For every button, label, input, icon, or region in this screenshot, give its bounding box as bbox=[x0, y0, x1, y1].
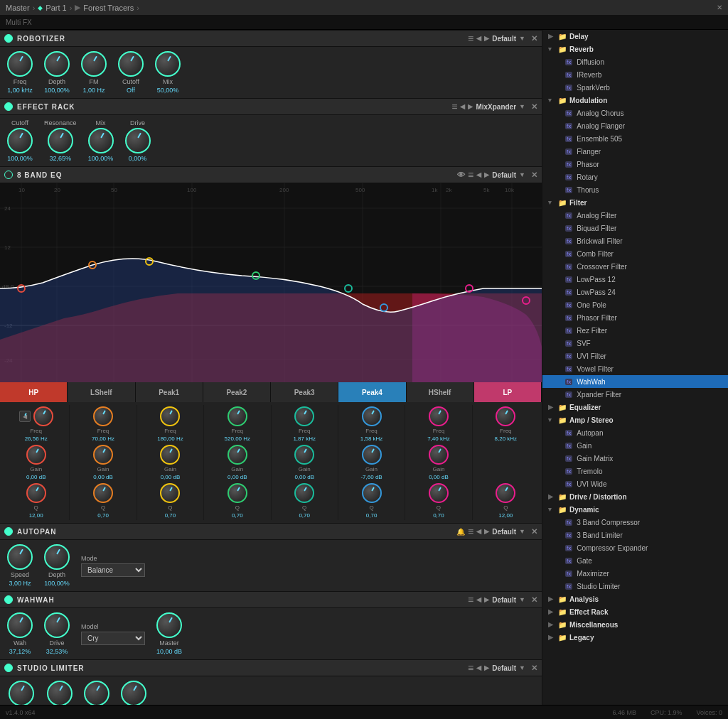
autopan-menu[interactable]: ≡ bbox=[468, 526, 473, 537]
robotizer-prev[interactable]: ◀ bbox=[476, 35, 481, 42]
folder-filter[interactable]: ▾📁Filter bbox=[542, 196, 728, 209]
eq-band5-freq-knob[interactable] bbox=[362, 406, 382, 426]
eq-band3-q-knob[interactable] bbox=[228, 483, 247, 503]
autopan-close[interactable]: ✕ bbox=[531, 527, 537, 536]
list-item[interactable]: fxStudio Limiter bbox=[542, 580, 728, 593]
robotizer-mix-knob[interactable] bbox=[155, 51, 181, 77]
list-item[interactable]: fxBiquad Filter bbox=[542, 222, 728, 234]
wahwah-menu[interactable]: ≡ bbox=[468, 594, 473, 605]
list-item[interactable]: fxBrickwall Filter bbox=[542, 234, 728, 247]
eq-band2-gain-knob[interactable] bbox=[160, 445, 180, 465]
robotizer-preset[interactable]: Default bbox=[492, 35, 516, 43]
eq-tab-hp[interactable]: HP bbox=[0, 382, 68, 402]
eq-tab-peak3[interactable]: Peak3 bbox=[271, 382, 338, 402]
eq-preset[interactable]: Default bbox=[492, 171, 516, 179]
list-item[interactable]: fxLowPass 24 bbox=[542, 286, 728, 298]
eq-menu[interactable]: ≡ bbox=[468, 169, 473, 180]
folder-delay[interactable]: ▶📁Delay bbox=[542, 30, 728, 43]
list-item[interactable]: fxVowel Filter bbox=[542, 362, 728, 375]
list-item[interactable]: fx3 Band Limiter bbox=[542, 529, 728, 541]
robotizer-next[interactable]: ▶ bbox=[484, 35, 489, 42]
eq-band5-q-knob[interactable] bbox=[362, 483, 382, 503]
eq-band5-gain-knob[interactable] bbox=[362, 445, 382, 465]
close-icon[interactable]: ✕ bbox=[717, 4, 722, 11]
list-item[interactable]: fxSVF bbox=[542, 337, 728, 350]
eq-band4-freq-knob[interactable] bbox=[294, 406, 314, 426]
list-item[interactable]: fxCrossover Filter bbox=[542, 260, 728, 273]
eq-band7-q-knob[interactable] bbox=[496, 483, 515, 503]
list-item[interactable]: fxFlanger bbox=[542, 145, 728, 158]
list-item[interactable]: fxThorus bbox=[542, 183, 728, 196]
list-item[interactable]: fxOne Pole bbox=[542, 298, 728, 311]
breadcrumb-tracers[interactable]: Forest Tracers bbox=[83, 4, 134, 12]
robotizer-freq-knob[interactable] bbox=[7, 51, 33, 77]
eq-dropdown[interactable]: ▼ bbox=[519, 171, 525, 178]
list-item[interactable]: fxTremolo bbox=[542, 465, 728, 477]
wahwah-next[interactable]: ▶ bbox=[484, 596, 489, 603]
sl-mix-knob[interactable] bbox=[121, 681, 146, 705]
eq-band0-q-knob[interactable] bbox=[26, 483, 46, 503]
effect-rack-close[interactable]: ✕ bbox=[531, 102, 537, 112]
list-item[interactable]: fx3 Band Compressor bbox=[542, 516, 728, 529]
eq-band2-freq-knob[interactable] bbox=[160, 406, 180, 426]
wahwah-preset[interactable]: Default bbox=[492, 596, 516, 604]
studio-limiter-preset[interactable]: Default bbox=[492, 664, 516, 672]
list-item[interactable]: fxUVI Wide bbox=[542, 477, 728, 490]
folder-effect-rack[interactable]: ▶📁Effect Rack bbox=[542, 605, 728, 618]
autopan-dropdown[interactable]: ▼ bbox=[519, 528, 525, 535]
eq-band1-q-knob[interactable] bbox=[93, 483, 113, 503]
autopan-next[interactable]: ▶ bbox=[484, 528, 489, 535]
wahwah-wah-knob[interactable] bbox=[7, 612, 33, 638]
list-item[interactable]: fxAnalog Filter bbox=[542, 209, 728, 222]
folder-dynamic[interactable]: ▾📁Dynamic bbox=[542, 503, 728, 516]
eq-band4-q-knob[interactable] bbox=[294, 483, 314, 503]
eq-tab-lshelf[interactable]: LShelf bbox=[68, 382, 135, 402]
studio-limiter-power[interactable] bbox=[4, 664, 13, 672]
list-item[interactable]: fxGate bbox=[542, 554, 728, 567]
er-resonance-knob[interactable] bbox=[48, 128, 73, 153]
eq-close[interactable]: ✕ bbox=[531, 171, 537, 180]
autopan-prev[interactable]: ◀ bbox=[476, 528, 481, 535]
autopan-mode-select[interactable]: Balance Sine Triangle Sawtooth bbox=[81, 563, 145, 577]
folder-equalizer[interactable]: ▶📁Equalizer bbox=[542, 401, 728, 413]
autopan-preset[interactable]: Default bbox=[492, 528, 516, 536]
autopan-depth-knob[interactable] bbox=[44, 544, 70, 570]
studio-limiter-next[interactable]: ▶ bbox=[484, 664, 489, 671]
eq-tab-peak4[interactable]: Peak4 bbox=[338, 382, 406, 402]
eq-band2-q-knob[interactable] bbox=[160, 483, 180, 503]
list-item[interactable]: fxGain bbox=[542, 439, 728, 452]
eq-band7-freq-knob[interactable] bbox=[496, 406, 515, 426]
effect-rack-preset[interactable]: MixXpander bbox=[476, 103, 516, 111]
eq-tab-peak1[interactable]: Peak1 bbox=[136, 382, 203, 402]
sl-release-knob[interactable] bbox=[84, 681, 109, 705]
breadcrumb-part[interactable]: Part 1 bbox=[46, 4, 66, 12]
studio-limiter-dropdown[interactable]: ▼ bbox=[519, 664, 525, 671]
robotizer-power[interactable] bbox=[4, 34, 13, 43]
er-drive-knob[interactable] bbox=[125, 128, 151, 153]
eq-band6-freq-knob[interactable] bbox=[429, 406, 449, 426]
robotizer-depth-knob[interactable] bbox=[44, 51, 70, 77]
sl-threshold-knob[interactable] bbox=[9, 681, 34, 705]
list-item[interactable]: fxRez Filter bbox=[542, 324, 728, 337]
folder-reverb[interactable]: ▾📁Reverb bbox=[542, 43, 728, 55]
wahwah-prev[interactable]: ◀ bbox=[476, 596, 481, 603]
er-mix-knob[interactable] bbox=[88, 128, 114, 153]
robotizer-close[interactable]: ✕ bbox=[531, 34, 537, 43]
autopan-power[interactable] bbox=[4, 527, 13, 536]
folder-drive---distortion[interactable]: ▶📁Drive / Distortion bbox=[542, 490, 728, 503]
list-item[interactable]: fxAnalog Chorus bbox=[542, 107, 728, 119]
robotizer-menu[interactable]: ≡ bbox=[468, 33, 473, 44]
robotizer-cutoff-knob[interactable] bbox=[118, 51, 144, 77]
list-item[interactable]: fxIReverb bbox=[542, 68, 728, 81]
list-item[interactable]: fxGain Matrix bbox=[542, 452, 728, 465]
list-item[interactable]: fxPhasor bbox=[542, 158, 728, 171]
eq-band0-gain-knob[interactable] bbox=[26, 445, 46, 465]
eq-band1-gain-knob[interactable] bbox=[93, 445, 113, 465]
list-item[interactable]: fxUVI Filter bbox=[542, 350, 728, 362]
eq-next[interactable]: ▶ bbox=[484, 171, 489, 178]
wahwah-dropdown[interactable]: ▼ bbox=[519, 596, 525, 603]
eq-band3-freq-knob[interactable] bbox=[228, 406, 247, 426]
sl-margin-knob[interactable] bbox=[47, 681, 73, 705]
effect-rack-menu[interactable]: ≡ bbox=[451, 101, 457, 112]
list-item[interactable]: fxComb Filter bbox=[542, 247, 728, 260]
